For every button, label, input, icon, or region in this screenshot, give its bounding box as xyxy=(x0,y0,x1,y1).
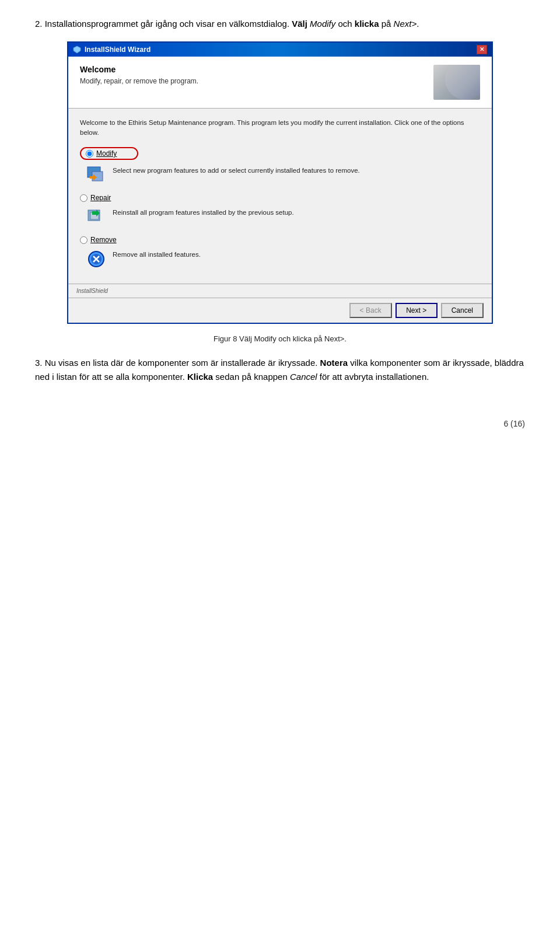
wizard-titlebar: InstallShield Wizard ✕ xyxy=(68,43,492,57)
intro-italic2: Next> xyxy=(394,19,417,29)
wizard-close-button[interactable]: ✕ xyxy=(477,45,487,54)
cancel-label: Cancel xyxy=(452,306,473,315)
back-label: < Back xyxy=(360,306,382,315)
modify-description: Select new program features to add or se… xyxy=(113,165,360,176)
modify-icon-svg xyxy=(86,165,107,186)
wizard-subtext: Modify, repair, or remove the program. xyxy=(80,77,198,85)
remove-radio-label[interactable]: Remove xyxy=(80,236,132,244)
svg-marker-0 xyxy=(74,46,80,53)
wizard-body: Welcome to the Ethiris Setup Maintenance… xyxy=(68,109,492,284)
step3-text3: sedan på knappen xyxy=(213,372,290,382)
next-button[interactable]: Next > xyxy=(396,303,438,318)
intro-text1: Installationsprogrammet går igång och vi… xyxy=(43,19,292,29)
intro-text2: och xyxy=(335,19,355,29)
wizard-title: InstallShield Wizard xyxy=(85,46,150,54)
modify-icon xyxy=(86,165,107,186)
intro-text3: på xyxy=(379,19,394,29)
page-number: 6 (16) xyxy=(35,419,525,428)
close-icon: ✕ xyxy=(480,46,484,53)
wizard-brand-footer: InstallShield xyxy=(68,284,492,298)
step3-italic1: Cancel xyxy=(290,372,317,382)
remove-icon xyxy=(86,249,107,270)
remove-description-row: Remove all installed features. xyxy=(86,249,480,270)
cancel-button[interactable]: Cancel xyxy=(441,303,484,318)
remove-radio[interactable] xyxy=(80,236,88,244)
installshield-brand: InstallShield xyxy=(76,288,108,294)
repair-description-row: Reinstall all program features installed… xyxy=(86,207,480,228)
step3-bold1: Notera xyxy=(320,358,348,368)
intro-bold2: klicka xyxy=(355,19,379,29)
modify-highlight: Modify xyxy=(80,147,138,160)
step3-bold2: Klicka xyxy=(187,372,213,382)
intro-text4: . xyxy=(416,19,419,29)
repair-icon-svg xyxy=(86,207,107,228)
intro-prefix: 2. xyxy=(35,19,43,29)
modify-radio-label[interactable]: Modify xyxy=(86,149,132,158)
wizard-body-text: Welcome to the Ethiris Setup Maintenance… xyxy=(80,118,480,138)
repair-description: Reinstall all program features installed… xyxy=(113,207,294,218)
next-label: Next > xyxy=(406,306,426,315)
option-remove-row: Remove xyxy=(80,236,480,244)
intro-paragraph: 2. Installationsprogrammet går igång och… xyxy=(35,18,525,31)
remove-icon-svg xyxy=(86,249,107,270)
titlebar-left: InstallShield Wizard xyxy=(73,46,150,54)
intro-italic1: Modify xyxy=(307,19,335,29)
step3-paragraph: 3. Nu visas en lista där de komponenter … xyxy=(35,356,525,384)
option-repair-row: Repair xyxy=(80,194,480,202)
step3-text4: för att avbryta installationen. xyxy=(317,372,429,382)
intro-bold1: Välj xyxy=(292,19,307,29)
repair-radio-label[interactable]: Repair xyxy=(80,194,132,202)
remove-description: Remove all installed features. xyxy=(113,249,201,260)
wizard-header-graphic xyxy=(433,65,480,100)
option-modify-row: Modify xyxy=(80,147,480,160)
repair-icon xyxy=(86,207,107,228)
modify-radio[interactable] xyxy=(86,150,93,158)
figure-caption: Figur 8 Välj Modify och klicka på Next>. xyxy=(35,334,525,343)
shield-icon xyxy=(73,46,81,54)
wizard-header-text: Welcome Modify, repair, or remove the pr… xyxy=(80,65,198,85)
wizard-heading: Welcome xyxy=(80,65,198,74)
repair-label: Repair xyxy=(90,194,111,202)
modify-label: Modify xyxy=(96,149,117,158)
back-button[interactable]: < Back xyxy=(349,303,392,318)
wizard-header: Welcome Modify, repair, or remove the pr… xyxy=(68,57,492,109)
modify-description-row: Select new program features to add or se… xyxy=(86,165,480,186)
wizard-buttons-row: < Back Next > Cancel xyxy=(68,298,492,323)
step3-prefix: 3. xyxy=(35,358,43,368)
remove-label: Remove xyxy=(90,236,117,244)
installshield-wizard-dialog: InstallShield Wizard ✕ Welcome Modify, r… xyxy=(67,41,493,324)
repair-radio[interactable] xyxy=(80,194,88,202)
step3-text: Nu visas en lista där de komponenter som… xyxy=(43,358,320,368)
